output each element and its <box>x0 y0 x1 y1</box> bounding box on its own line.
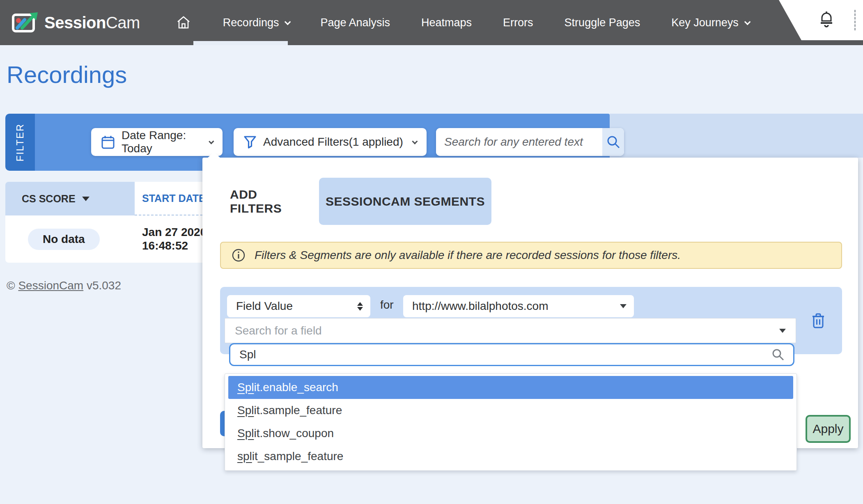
active-tab-indicator <box>193 41 288 45</box>
text-search-input[interactable] <box>436 128 602 156</box>
sort-desc-icon <box>82 197 90 201</box>
field-search-placeholder: Search for a field <box>235 324 322 337</box>
site-select[interactable]: http://www.bilalphotos.com <box>403 295 634 317</box>
segments-label: SESSIONCAM SEGMENTS <box>326 195 485 208</box>
cs-score-header-label: CS SCORE <box>22 193 76 205</box>
nav-item-heatmaps[interactable]: Heatmaps <box>406 0 487 45</box>
select-updown-icon <box>357 302 363 311</box>
nav-item-page-analysis[interactable]: Page Analysis <box>305 0 406 45</box>
nav-label-errors: Errors <box>503 16 533 29</box>
option-split-show-coupon[interactable]: Split.show_coupon <box>225 422 796 445</box>
nav-label-struggle-pages: Struggle Pages <box>565 16 640 29</box>
option-split-sample-feature-lower[interactable]: split_sample_feature <box>225 445 796 468</box>
panel-notch <box>207 152 220 158</box>
info-banner: Filters & Segments are only available if… <box>220 242 842 269</box>
sessioncam-footer-link[interactable]: SessionCam <box>18 279 83 292</box>
tab-add-filters[interactable]: ADD FILTERS <box>230 178 298 225</box>
calendar-icon <box>101 135 115 149</box>
nav-label-heatmaps: Heatmaps <box>421 16 472 29</box>
apply-button-label: Apply <box>813 422 843 436</box>
search-submit-button[interactable] <box>602 128 624 156</box>
notification-bell-icon[interactable] <box>817 11 835 30</box>
chevron-down-icon <box>209 139 214 144</box>
add-filters-label: ADD FILTERS <box>230 188 298 215</box>
nav-item-recordings[interactable]: Recordings <box>207 0 305 45</box>
field-query-input[interactable] <box>230 348 771 361</box>
text-search-group <box>436 128 624 156</box>
tab-sessioncam-segments[interactable]: SESSIONCAM SEGMENTS <box>319 178 491 225</box>
chevron-down-icon <box>285 18 291 25</box>
trash-icon <box>811 312 826 329</box>
option-split-enable-search[interactable]: Split.enable_search <box>228 376 793 399</box>
footer-version: © SessionCam v5.032 <box>7 279 121 292</box>
delete-filter-button[interactable] <box>811 312 826 329</box>
field-type-value: Field Value <box>236 300 293 313</box>
chevron-down-icon <box>412 139 418 144</box>
field-type-select[interactable]: Field Value <box>227 295 370 317</box>
navbar-right-area <box>779 0 863 40</box>
site-select-value: http://www.bilalphotos.com <box>412 300 549 313</box>
dropdown-arrow-icon <box>620 304 627 308</box>
advanced-filters-panel: ADD FILTERS SESSIONCAM SEGMENTS Filters … <box>202 158 858 448</box>
info-banner-text: Filters & Segments are only available if… <box>255 249 681 262</box>
no-data-badge: No data <box>28 229 100 250</box>
search-icon <box>771 348 793 362</box>
filter-tab-label: FILTER <box>14 123 26 161</box>
sessioncam-logo-icon <box>11 11 39 34</box>
main-nav: Recordings Page Analysis Heatmaps Errors… <box>176 0 764 45</box>
option-split-sample-feature[interactable]: Split.sample_feature <box>225 399 796 422</box>
advanced-filters-button[interactable]: Advanced Filters(1 applied) <box>234 128 427 156</box>
nav-label-page-analysis: Page Analysis <box>320 16 390 29</box>
cs-score-cell: No data <box>5 215 135 263</box>
filter-side-tab[interactable]: FILTER <box>5 114 35 171</box>
field-options-list: Split.enable_search Split.sample_feature… <box>225 373 797 471</box>
filter-funnel-icon <box>243 135 257 149</box>
filter-bar-extension <box>610 114 863 158</box>
top-navbar: SessionCam Recordings Page Analysis Heat… <box>0 0 863 45</box>
nav-item-struggle-pages[interactable]: Struggle Pages <box>549 0 656 45</box>
info-icon <box>232 248 246 262</box>
apply-button[interactable]: Apply <box>806 415 851 443</box>
date-range-button[interactable]: Date Range: Today <box>91 128 223 156</box>
page-title: Recordings <box>7 61 127 88</box>
brand-name: SessionCam <box>44 14 140 32</box>
home-nav-button[interactable] <box>176 0 207 45</box>
column-header-cs-score[interactable]: CS SCORE <box>5 182 135 215</box>
search-icon <box>606 134 621 150</box>
for-label: for <box>380 298 394 312</box>
date-range-label: Date Range: Today <box>122 129 200 155</box>
dropdown-arrow-icon <box>779 329 786 333</box>
panel-tabs: ADD FILTERS SESSIONCAM SEGMENTS <box>230 178 491 225</box>
field-query-inputbox <box>229 343 794 366</box>
start-date-header-label: START DATE <box>142 192 206 204</box>
vertical-dashed-menu-icon[interactable] <box>854 10 856 30</box>
advanced-filters-label: Advanced Filters(1 applied) <box>263 135 403 149</box>
field-search-combobox[interactable]: Search for a field <box>225 318 796 343</box>
chevron-down-icon <box>744 18 751 25</box>
nav-label-recordings: Recordings <box>223 16 279 29</box>
nav-item-errors[interactable]: Errors <box>487 0 549 45</box>
sessioncam-logo[interactable]: SessionCam <box>11 11 140 34</box>
home-icon <box>176 15 191 30</box>
copyright-symbol: © <box>7 279 18 292</box>
version-number: v5.032 <box>83 279 121 292</box>
nav-item-key-journeys[interactable]: Key Journeys <box>656 0 764 45</box>
nav-label-key-journeys: Key Journeys <box>671 16 739 29</box>
